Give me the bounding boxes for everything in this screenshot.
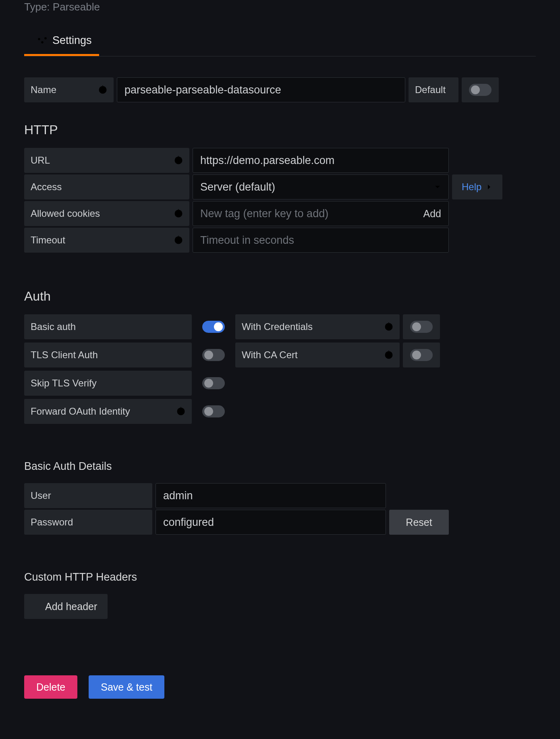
type-line: Type: Parseable xyxy=(24,0,536,29)
delete-button[interactable]: Delete xyxy=(24,675,77,699)
add-header-label: Add header xyxy=(45,601,97,612)
default-label: Default xyxy=(409,77,458,102)
timeout-label: Timeout xyxy=(24,228,189,253)
chevron-right-icon xyxy=(485,183,493,191)
tls-client-auth-label-text: TLS Client Auth xyxy=(31,349,98,361)
name-input[interactable] xyxy=(117,77,405,102)
tabs: Settings xyxy=(24,29,536,56)
basic-auth-label-text: Basic auth xyxy=(31,321,76,332)
tab-settings[interactable]: Settings xyxy=(24,29,99,56)
info-icon xyxy=(174,209,183,218)
basic-auth-toggle[interactable] xyxy=(195,314,232,339)
with-ca-cert-label: With CA Cert xyxy=(235,343,400,367)
access-select-value: Server (default) xyxy=(200,181,275,193)
info-icon xyxy=(174,236,183,245)
allowed-cookies-placeholder: New tag (enter key to add) xyxy=(200,208,328,220)
allowed-cookies-add-button[interactable]: Add xyxy=(423,208,441,220)
basic-auth-label: Basic auth xyxy=(24,314,192,339)
plus-icon xyxy=(31,602,39,611)
password-input[interactable] xyxy=(156,510,386,535)
info-icon xyxy=(98,85,107,94)
save-test-button[interactable]: Save & test xyxy=(89,675,164,699)
forward-oauth-toggle[interactable] xyxy=(195,399,232,424)
with-credentials-toggle[interactable] xyxy=(403,314,440,339)
url-label-text: URL xyxy=(31,155,50,166)
reset-button[interactable]: Reset xyxy=(389,510,449,535)
default-toggle[interactable] xyxy=(462,77,499,102)
user-label-text: User xyxy=(31,490,51,501)
access-label: Access xyxy=(24,174,189,199)
user-input[interactable] xyxy=(156,483,386,508)
info-icon xyxy=(384,351,393,359)
chevron-down-icon xyxy=(434,183,441,191)
default-label-text: Default xyxy=(415,84,446,95)
http-section-title: HTTP xyxy=(24,122,536,137)
add-header-button[interactable]: Add header xyxy=(24,594,108,619)
allowed-cookies-label: Allowed cookies xyxy=(24,201,189,226)
custom-headers-title: Custom HTTP Headers xyxy=(24,571,536,583)
allowed-cookies-label-text: Allowed cookies xyxy=(31,208,100,219)
tls-client-auth-toggle[interactable] xyxy=(195,343,232,367)
timeout-input[interactable] xyxy=(193,228,449,253)
password-label: Password xyxy=(24,510,152,535)
info-icon xyxy=(384,322,393,331)
access-help-button[interactable]: Help xyxy=(452,174,502,199)
user-label: User xyxy=(24,483,152,508)
with-credentials-label: With Credentials xyxy=(235,314,400,339)
tls-client-auth-label: TLS Client Auth xyxy=(24,343,192,367)
skip-tls-verify-label: Skip TLS Verify xyxy=(24,371,192,396)
with-ca-cert-toggle[interactable] xyxy=(403,343,440,367)
sliders-icon xyxy=(37,35,48,46)
skip-tls-verify-label-text: Skip TLS Verify xyxy=(31,378,97,389)
access-select[interactable]: Server (default) xyxy=(193,174,449,199)
skip-tls-verify-toggle[interactable] xyxy=(195,371,232,396)
tab-label: Settings xyxy=(52,34,92,47)
forward-oauth-label: Forward OAuth Identity xyxy=(24,399,192,424)
info-icon xyxy=(176,407,185,416)
with-credentials-label-text: With Credentials xyxy=(242,321,313,332)
url-label: URL xyxy=(24,148,189,173)
timeout-label-text: Timeout xyxy=(31,235,65,246)
allowed-cookies-input[interactable]: New tag (enter key to add) Add xyxy=(193,201,449,226)
auth-section-title: Auth xyxy=(24,289,536,304)
access-help-label: Help xyxy=(462,181,481,193)
url-input[interactable] xyxy=(193,148,449,173)
forward-oauth-label-text: Forward OAuth Identity xyxy=(31,406,130,417)
access-label-text: Access xyxy=(31,181,62,193)
info-icon xyxy=(174,156,183,165)
name-label: Name xyxy=(24,77,114,102)
name-label-text: Name xyxy=(31,84,56,95)
basic-auth-details-title: Basic Auth Details xyxy=(24,460,536,473)
with-ca-cert-label-text: With CA Cert xyxy=(242,349,298,361)
password-label-text: Password xyxy=(31,517,73,528)
